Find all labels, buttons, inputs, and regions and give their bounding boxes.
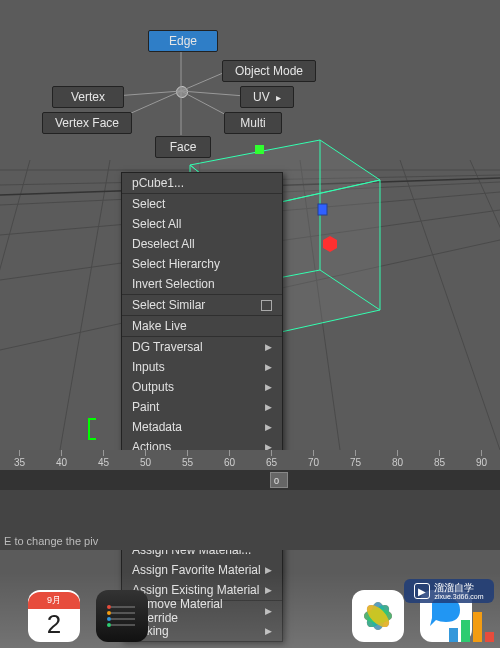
label: Metadata: [132, 420, 182, 434]
ctx-select-all[interactable]: Select All: [122, 214, 282, 234]
bars-icon: [449, 612, 494, 642]
label: UV: [253, 90, 270, 104]
label: Invert Selection: [132, 277, 215, 291]
marking-uv[interactable]: UV▸: [240, 86, 294, 108]
tick-label: 70: [308, 457, 319, 468]
chevron-right-icon: ▶: [265, 362, 272, 372]
play-icon: ▶: [414, 583, 430, 599]
svg-line-21: [181, 91, 245, 96]
chevron-right-icon: ▶: [265, 402, 272, 412]
marking-vertex[interactable]: Vertex: [52, 86, 124, 108]
marking-face[interactable]: Face: [155, 136, 211, 158]
label: Select Similar: [132, 298, 205, 312]
label: Object Mode: [235, 64, 303, 78]
label: Select: [132, 197, 165, 211]
tick-label: 65: [266, 457, 277, 468]
status-hint: E to change the piv: [4, 535, 98, 547]
label: Face: [170, 140, 197, 154]
ctx-select[interactable]: Select: [122, 194, 282, 214]
chevron-right-icon: ▶: [265, 422, 272, 432]
option-box-icon[interactable]: [261, 300, 272, 311]
label: pCube1...: [132, 176, 184, 190]
marking-object-mode[interactable]: Object Mode: [222, 60, 316, 82]
label: Paint: [132, 400, 159, 414]
ctx-inputs[interactable]: Inputs▶: [122, 357, 282, 377]
chevron-right-icon: ▶: [265, 382, 272, 392]
watermark: ▶ 溜溜自学 zixue.3d66.com: [404, 579, 494, 603]
svg-line-7: [60, 160, 110, 450]
ctx-select-similar[interactable]: Select Similar: [122, 295, 282, 315]
chevron-right-icon: ▸: [276, 92, 281, 103]
label: Select Hierarchy: [132, 257, 220, 271]
label: Outputs: [132, 380, 174, 394]
ctx-select-hierarchy[interactable]: Select Hierarchy: [122, 254, 282, 274]
label: Edge: [169, 34, 197, 48]
svg-line-10: [400, 160, 500, 450]
tick-label: 85: [434, 457, 445, 468]
tick-label: 80: [392, 457, 403, 468]
marking-multi[interactable]: Multi: [224, 112, 282, 134]
label: Multi: [240, 116, 265, 130]
label: Select All: [132, 217, 181, 231]
dock-calendar-icon[interactable]: 9月 2: [28, 590, 80, 642]
calendar-day: 2: [47, 609, 61, 640]
svg-point-31: [107, 611, 111, 615]
timeline[interactable]: 35 40 45 50 55 60 65 70 75 80 85 90 0: [0, 450, 500, 490]
watermark-url: zixue.3d66.com: [434, 593, 483, 600]
dock-photos-icon[interactable]: [352, 590, 404, 642]
tick-label: 40: [56, 457, 67, 468]
ctx-make-live[interactable]: Make Live: [122, 316, 282, 336]
chevron-right-icon: ▶: [265, 342, 272, 352]
svg-point-32: [107, 617, 111, 621]
tick-label: 50: [140, 457, 151, 468]
tick-label: 90: [476, 457, 487, 468]
watermark-brand: 溜溜自学: [434, 583, 483, 593]
tick-label: 75: [350, 457, 361, 468]
label: DG Traversal: [132, 340, 203, 354]
ctx-dg-traversal[interactable]: DG Traversal▶: [122, 337, 282, 357]
label: Vertex: [71, 90, 105, 104]
current-frame: 0: [274, 476, 279, 486]
label: Make Live: [132, 319, 187, 333]
timeline-ticks[interactable]: 35 40 45 50 55 60 65 70 75 80 85 90: [0, 450, 500, 470]
ctx-header[interactable]: pCube1...: [122, 173, 282, 193]
calendar-month: 9月: [28, 592, 80, 609]
ctx-metadata[interactable]: Metadata▶: [122, 417, 282, 437]
range-start-bracket[interactable]: [88, 418, 96, 440]
label: Deselect All: [132, 237, 195, 251]
tick-label: 35: [14, 457, 25, 468]
ctx-paint[interactable]: Paint▶: [122, 397, 282, 417]
ctx-deselect-all[interactable]: Deselect All: [122, 234, 282, 254]
handle-blue[interactable]: [318, 204, 327, 215]
marking-edge[interactable]: Edge: [148, 30, 218, 52]
svg-point-33: [107, 623, 111, 627]
tick-label: 55: [182, 457, 193, 468]
ctx-invert-selection[interactable]: Invert Selection: [122, 274, 282, 294]
tick-label: 60: [224, 457, 235, 468]
svg-point-30: [107, 605, 111, 609]
label: Vertex Face: [55, 116, 119, 130]
label: Inputs: [132, 360, 165, 374]
marking-vertex-face[interactable]: Vertex Face: [42, 112, 132, 134]
dock-reminders-icon[interactable]: [96, 590, 148, 642]
timeline-range[interactable]: 0: [0, 470, 500, 490]
tick-label: 45: [98, 457, 109, 468]
timeline-handle[interactable]: 0: [270, 472, 288, 488]
ctx-outputs[interactable]: Outputs▶: [122, 377, 282, 397]
